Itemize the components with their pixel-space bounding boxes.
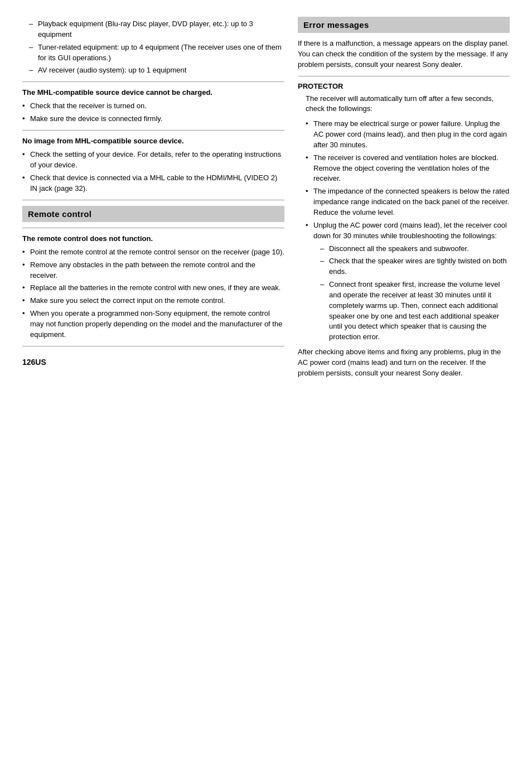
remote-item-3: Replace all the batteries in the remote … xyxy=(22,283,284,293)
protector-sub-item-2: Check that the speaker wires are tightly… xyxy=(320,256,510,277)
remote-item-1: Point the remote control at the remote c… xyxy=(22,247,284,258)
page-number: 126US xyxy=(22,358,284,367)
mhl-image-list: Check the setting of your device. For de… xyxy=(22,150,284,194)
mhl-image-item-1: Check the setting of your device. For de… xyxy=(22,150,284,171)
intro-item-3: AV receiver (audio system): up to 1 equi… xyxy=(29,65,284,76)
divider-1 xyxy=(22,81,284,82)
page-layout: Playback equipment (Blu-ray Disc player,… xyxy=(22,17,510,383)
divider-2 xyxy=(22,130,284,131)
protector-sub-list: Disconnect all the speakers and subwoofe… xyxy=(320,244,510,343)
protector-label: PROTECTOR xyxy=(298,82,510,90)
mhl-charge-title: The MHL-compatible source device cannot … xyxy=(22,88,284,98)
intro-item-2: Tuner-related equipment: up to 4 equipme… xyxy=(29,42,284,64)
divider-4 xyxy=(22,228,284,228)
protector-item-1: There may be electrical surge or power f… xyxy=(306,119,510,151)
protector-block: The receiver will automatically turn off… xyxy=(306,94,510,343)
remote-no-func-title: The remote control does not function. xyxy=(22,234,284,244)
error-intro-text: If there is a malfunction, a message app… xyxy=(298,38,510,70)
protector-sub-item-1: Disconnect all the speakers and subwoofe… xyxy=(320,244,510,254)
mhl-charge-list: Check that the receiver is turned on. Ma… xyxy=(22,101,284,124)
remote-item-5: When you operate a programmed non-Sony e… xyxy=(22,309,284,340)
error-section-header: Error messages xyxy=(298,17,510,33)
protector-item-3: The impedance of the connected speakers … xyxy=(306,186,510,218)
protector-item-4: Unplug the AC power cord (mains lead), l… xyxy=(306,220,510,343)
mhl-image-title: No image from MHL-compatible source devi… xyxy=(22,136,284,146)
mhl-charge-item-2: Make sure the device is connected firmly… xyxy=(22,114,284,124)
divider-5 xyxy=(22,346,284,346)
remote-item-4: Make sure you select the correct input o… xyxy=(22,296,284,306)
mhl-charge-item-1: Check that the receiver is turned on. xyxy=(22,101,284,112)
left-column: Playback equipment (Blu-ray Disc player,… xyxy=(22,17,284,367)
intro-item-1: Playback equipment (Blu-ray Disc player,… xyxy=(29,19,284,40)
protector-intro: The receiver will automatically turn off… xyxy=(306,94,510,115)
remote-section-header: Remote control xyxy=(22,206,284,222)
right-column: Error messages If there is a malfunction… xyxy=(298,17,510,383)
intro-list: Playback equipment (Blu-ray Disc player,… xyxy=(29,19,284,76)
divider-3 xyxy=(22,200,284,200)
mhl-image-item-2: Check that device is connected via a MHL… xyxy=(22,173,284,194)
protector-footer: After checking above items and fixing an… xyxy=(298,347,510,379)
protector-list: There may be electrical surge or power f… xyxy=(306,119,510,343)
protector-item-2: The receiver is covered and ventilation … xyxy=(306,153,510,185)
remote-no-func-list: Point the remote control at the remote c… xyxy=(22,247,284,340)
divider-6 xyxy=(298,76,510,76)
remote-item-2: Remove any obstacles in the path between… xyxy=(22,260,284,281)
protector-sub-item-3: Connect front speaker first, increase th… xyxy=(320,280,510,343)
